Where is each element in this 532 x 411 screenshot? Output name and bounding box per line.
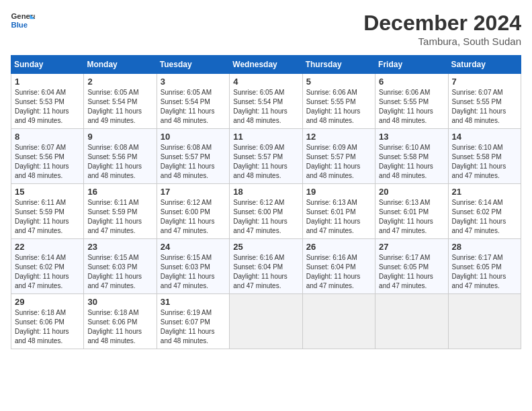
calendar-cell: 8 Sunrise: 6:07 AM Sunset: 5:56 PM Dayli…: [11, 129, 84, 184]
calendar-cell: 18 Sunrise: 6:12 AM Sunset: 6:00 PM Dayl…: [230, 184, 302, 239]
day-info: Sunrise: 6:14 AM Sunset: 6:02 PM Dayligh…: [15, 253, 80, 291]
header-row: Sunday Monday Tuesday Wednesday Thursday…: [11, 56, 521, 74]
day-number: 17: [161, 187, 226, 197]
day-info: Sunrise: 6:11 AM Sunset: 5:59 PM Dayligh…: [15, 198, 80, 236]
title-block: December 2024 Tambura, South Sudan: [363, 11, 521, 47]
calendar-cell: [375, 294, 448, 349]
col-wednesday: Wednesday: [230, 56, 302, 74]
day-info: Sunrise: 6:07 AM Sunset: 5:55 PM Dayligh…: [452, 88, 517, 126]
calendar-cell: [448, 294, 521, 349]
logo-icon: General Blue: [11, 11, 35, 30]
day-info: Sunrise: 6:16 AM Sunset: 6:04 PM Dayligh…: [233, 253, 298, 291]
day-info: Sunrise: 6:14 AM Sunset: 6:02 PM Dayligh…: [452, 198, 517, 236]
page-header: General Blue December 2024 Tambura, Sout…: [11, 11, 521, 47]
day-number: 7: [452, 77, 517, 87]
day-info: Sunrise: 6:09 AM Sunset: 5:57 PM Dayligh…: [233, 143, 298, 181]
day-number: 13: [379, 132, 444, 142]
day-info: Sunrise: 6:13 AM Sunset: 6:01 PM Dayligh…: [306, 198, 371, 236]
day-number: 21: [452, 187, 517, 197]
col-tuesday: Tuesday: [157, 56, 229, 74]
day-number: 2: [87, 77, 152, 87]
day-number: 31: [161, 297, 226, 307]
day-info: Sunrise: 6:05 AM Sunset: 5:54 PM Dayligh…: [161, 88, 226, 126]
calendar-row: 22 Sunrise: 6:14 AM Sunset: 6:02 PM Dayl…: [11, 239, 521, 294]
calendar-cell: 14 Sunrise: 6:10 AM Sunset: 5:58 PM Dayl…: [448, 129, 521, 184]
calendar-cell: 4 Sunrise: 6:05 AM Sunset: 5:54 PM Dayli…: [230, 74, 302, 129]
calendar-body: 1 Sunrise: 6:04 AM Sunset: 5:53 PM Dayli…: [11, 74, 521, 349]
day-number: 3: [161, 77, 226, 87]
location: Tambura, South Sudan: [363, 36, 521, 47]
day-number: 23: [87, 242, 152, 252]
calendar-cell: 13 Sunrise: 6:10 AM Sunset: 5:58 PM Dayl…: [375, 129, 448, 184]
day-number: 25: [233, 242, 298, 252]
calendar-cell: 7 Sunrise: 6:07 AM Sunset: 5:55 PM Dayli…: [448, 74, 521, 129]
calendar-cell: 29 Sunrise: 6:18 AM Sunset: 6:06 PM Dayl…: [11, 294, 84, 349]
calendar-row: 8 Sunrise: 6:07 AM Sunset: 5:56 PM Dayli…: [11, 129, 521, 184]
day-info: Sunrise: 6:08 AM Sunset: 5:57 PM Dayligh…: [161, 143, 226, 181]
day-info: Sunrise: 6:15 AM Sunset: 6:03 PM Dayligh…: [87, 253, 152, 291]
calendar-cell: 6 Sunrise: 6:06 AM Sunset: 5:55 PM Dayli…: [375, 74, 448, 129]
calendar-cell: [302, 294, 375, 349]
month-title: December 2024: [363, 11, 521, 36]
day-info: Sunrise: 6:10 AM Sunset: 5:58 PM Dayligh…: [379, 143, 444, 181]
col-saturday: Saturday: [448, 56, 521, 74]
calendar-cell: 3 Sunrise: 6:05 AM Sunset: 5:54 PM Dayli…: [157, 74, 229, 129]
col-sunday: Sunday: [11, 56, 84, 74]
day-number: 15: [15, 187, 80, 197]
day-number: 27: [379, 242, 444, 252]
day-number: 6: [379, 77, 444, 87]
day-info: Sunrise: 6:15 AM Sunset: 6:03 PM Dayligh…: [161, 253, 226, 291]
day-info: Sunrise: 6:16 AM Sunset: 6:04 PM Dayligh…: [306, 253, 371, 291]
day-number: 1: [15, 77, 80, 87]
day-info: Sunrise: 6:12 AM Sunset: 6:00 PM Dayligh…: [233, 198, 298, 236]
day-info: Sunrise: 6:11 AM Sunset: 5:59 PM Dayligh…: [87, 198, 152, 236]
day-info: Sunrise: 6:04 AM Sunset: 5:53 PM Dayligh…: [15, 88, 80, 126]
day-info: Sunrise: 6:10 AM Sunset: 5:58 PM Dayligh…: [452, 143, 517, 181]
calendar-cell: 20 Sunrise: 6:13 AM Sunset: 6:01 PM Dayl…: [375, 184, 448, 239]
day-number: 18: [233, 187, 298, 197]
day-info: Sunrise: 6:05 AM Sunset: 5:54 PM Dayligh…: [87, 88, 152, 126]
day-number: 29: [15, 297, 80, 307]
day-number: 9: [87, 132, 152, 142]
calendar-cell: 15 Sunrise: 6:11 AM Sunset: 5:59 PM Dayl…: [11, 184, 84, 239]
calendar-cell: 22 Sunrise: 6:14 AM Sunset: 6:02 PM Dayl…: [11, 239, 84, 294]
day-number: 10: [161, 132, 226, 142]
day-info: Sunrise: 6:18 AM Sunset: 6:06 PM Dayligh…: [15, 308, 80, 346]
day-info: Sunrise: 6:17 AM Sunset: 6:05 PM Dayligh…: [379, 253, 444, 291]
calendar-cell: 1 Sunrise: 6:04 AM Sunset: 5:53 PM Dayli…: [11, 74, 84, 129]
calendar-cell: 17 Sunrise: 6:12 AM Sunset: 6:00 PM Dayl…: [157, 184, 229, 239]
calendar-cell: [230, 294, 302, 349]
day-number: 14: [452, 132, 517, 142]
day-number: 24: [161, 242, 226, 252]
calendar-cell: 10 Sunrise: 6:08 AM Sunset: 5:57 PM Dayl…: [157, 129, 229, 184]
calendar-cell: 27 Sunrise: 6:17 AM Sunset: 6:05 PM Dayl…: [375, 239, 448, 294]
day-info: Sunrise: 6:07 AM Sunset: 5:56 PM Dayligh…: [15, 143, 80, 181]
day-info: Sunrise: 6:06 AM Sunset: 5:55 PM Dayligh…: [306, 88, 371, 126]
calendar-cell: 21 Sunrise: 6:14 AM Sunset: 6:02 PM Dayl…: [448, 184, 521, 239]
calendar-cell: 16 Sunrise: 6:11 AM Sunset: 5:59 PM Dayl…: [84, 184, 157, 239]
calendar-cell: 9 Sunrise: 6:08 AM Sunset: 5:56 PM Dayli…: [84, 129, 157, 184]
day-number: 11: [233, 132, 298, 142]
calendar-cell: 30 Sunrise: 6:18 AM Sunset: 6:06 PM Dayl…: [84, 294, 157, 349]
day-number: 20: [379, 187, 444, 197]
calendar-cell: 19 Sunrise: 6:13 AM Sunset: 6:01 PM Dayl…: [302, 184, 375, 239]
calendar-cell: 12 Sunrise: 6:09 AM Sunset: 5:57 PM Dayl…: [302, 129, 375, 184]
day-number: 26: [306, 242, 371, 252]
day-number: 12: [306, 132, 371, 142]
day-info: Sunrise: 6:12 AM Sunset: 6:00 PM Dayligh…: [161, 198, 226, 236]
day-number: 8: [15, 132, 80, 142]
day-number: 30: [87, 297, 152, 307]
day-info: Sunrise: 6:17 AM Sunset: 6:05 PM Dayligh…: [452, 253, 517, 291]
svg-text:Blue: Blue: [11, 21, 28, 29]
day-info: Sunrise: 6:18 AM Sunset: 6:06 PM Dayligh…: [87, 308, 152, 346]
calendar-cell: 5 Sunrise: 6:06 AM Sunset: 5:55 PM Dayli…: [302, 74, 375, 129]
day-number: 28: [452, 242, 517, 252]
day-number: 4: [233, 77, 298, 87]
calendar-cell: 28 Sunrise: 6:17 AM Sunset: 6:05 PM Dayl…: [448, 239, 521, 294]
day-number: 19: [306, 187, 371, 197]
calendar-cell: 2 Sunrise: 6:05 AM Sunset: 5:54 PM Dayli…: [84, 74, 157, 129]
calendar-cell: 23 Sunrise: 6:15 AM Sunset: 6:03 PM Dayl…: [84, 239, 157, 294]
day-number: 5: [306, 77, 371, 87]
calendar-cell: 25 Sunrise: 6:16 AM Sunset: 6:04 PM Dayl…: [230, 239, 302, 294]
day-info: Sunrise: 6:09 AM Sunset: 5:57 PM Dayligh…: [306, 143, 371, 181]
